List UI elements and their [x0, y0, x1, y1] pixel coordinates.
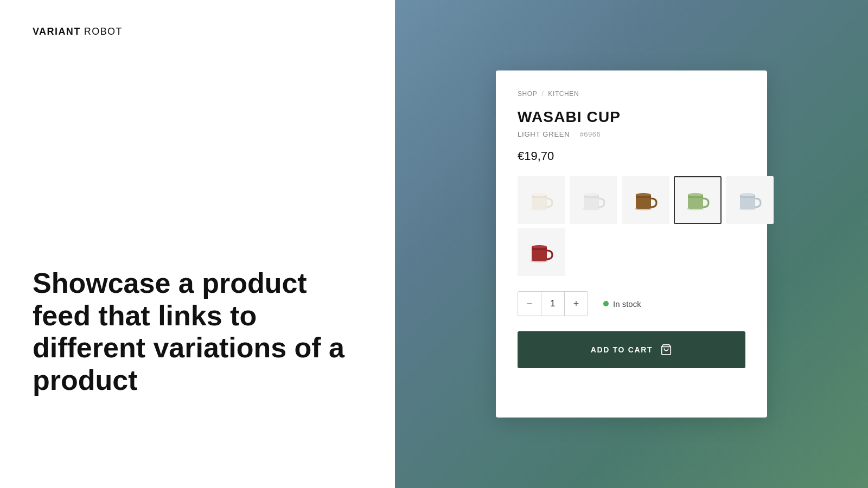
product-card: SHOP / KITCHEN WASABI CUP LIGHT GREEN #6…	[496, 70, 767, 418]
svg-point-19	[740, 193, 755, 196]
tagline-text: Showcase a product feed that links to di…	[33, 267, 362, 397]
add-to-cart-button[interactable]: ADD TO CART	[518, 331, 745, 368]
cart-icon	[660, 344, 672, 356]
quantity-value: 1	[541, 292, 565, 316]
add-to-cart-label: ADD TO CART	[591, 345, 653, 354]
variant-sku: #6966	[579, 130, 601, 138]
qty-stock-row: − 1 + In stock	[518, 291, 745, 316]
product-variant-row: LIGHT GREEN #6966	[518, 130, 745, 138]
swatch-dark-brown[interactable]	[622, 176, 669, 224]
brand-logo: VARIANT ROBOT	[33, 26, 362, 37]
product-price: €19,70	[518, 149, 745, 163]
swatch-red-brown[interactable]	[518, 228, 565, 276]
svg-point-3	[532, 193, 547, 196]
breadcrumb-separator: /	[541, 90, 544, 98]
svg-point-7	[584, 193, 599, 196]
svg-point-11	[636, 193, 651, 196]
breadcrumb-category[interactable]: KITCHEN	[548, 90, 579, 98]
breadcrumb: SHOP / KITCHEN	[518, 90, 745, 98]
svg-point-23	[532, 245, 547, 248]
stock-indicator: In stock	[603, 299, 641, 309]
brand-light: ROBOT	[84, 26, 123, 37]
swatch-light-green[interactable]	[674, 176, 722, 224]
variant-color: LIGHT GREEN	[518, 130, 570, 138]
swatch-light-grey[interactable]	[726, 176, 774, 224]
right-panel: SHOP / KITCHEN WASABI CUP LIGHT GREEN #6…	[395, 0, 868, 488]
swatch-white[interactable]	[570, 176, 617, 224]
quantity-decrease-button[interactable]: −	[518, 291, 541, 316]
swatch-cream[interactable]	[518, 176, 565, 224]
quantity-control: − 1 +	[518, 291, 588, 316]
stock-label: In stock	[613, 299, 641, 309]
swatches-grid-row2	[518, 228, 745, 276]
quantity-increase-button[interactable]: +	[565, 291, 588, 316]
svg-point-15	[688, 193, 703, 196]
brand-bold: VARIANT	[33, 26, 81, 37]
swatches-grid-row1	[518, 176, 745, 224]
stock-dot	[603, 301, 609, 306]
product-title: WASABI CUP	[518, 108, 745, 126]
breadcrumb-shop[interactable]: SHOP	[518, 90, 537, 98]
left-panel: VARIANT ROBOT Showcase a product feed th…	[0, 0, 395, 488]
